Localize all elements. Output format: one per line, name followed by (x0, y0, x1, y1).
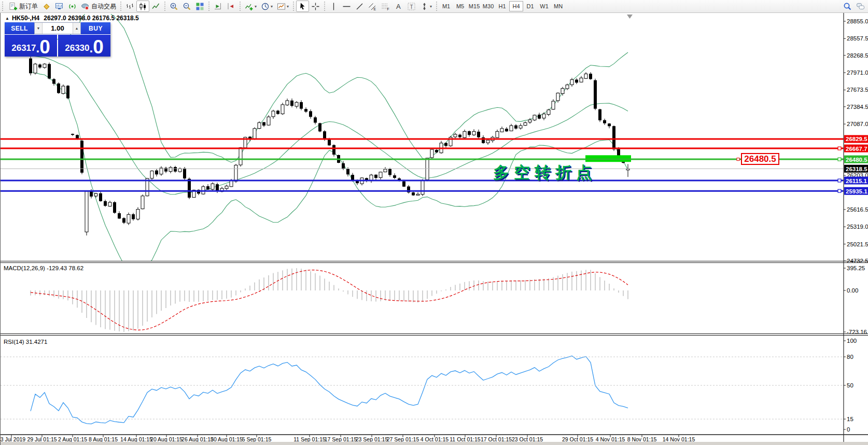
one-click-trading-panel: SELL ▼ 1.00 ▲ BUY 26317.0 26330.0 (5, 22, 110, 57)
text-button[interactable]: A (392, 1, 405, 12)
svg-text:28557.5: 28557.5 (847, 35, 868, 41)
svg-text:0: 0 (847, 426, 850, 433)
svg-text:28268.5: 28268.5 (847, 52, 868, 59)
buy-price-dot: . (90, 41, 93, 55)
fibonacci-icon: F (381, 2, 390, 11)
tab-mn[interactable]: MN (551, 1, 565, 11)
chart-window[interactable]: 28855.028557.528268.527971.027673.527384… (0, 13, 868, 445)
chart-annotation-text: 多空转折点 (493, 162, 597, 184)
bar-chart-icon (125, 2, 134, 11)
text-label-button[interactable]: T (405, 1, 418, 12)
periods-button[interactable]: ▾ (259, 1, 275, 12)
svg-text:25021.5: 25021.5 (847, 241, 868, 247)
chart-shift-button[interactable] (225, 1, 237, 12)
line-chart-button[interactable] (149, 1, 162, 12)
rsi-label: RSI(14) 31.4271 (4, 339, 47, 345)
svg-text:50: 50 (847, 382, 853, 388)
tab-m30[interactable]: M30 (481, 1, 495, 11)
tab-m1[interactable]: M1 (439, 1, 453, 11)
volume-stepper: ▼ 1.00 ▲ (34, 22, 81, 34)
tab-m5[interactable]: M5 (453, 1, 467, 11)
signal-icon (68, 2, 77, 11)
svg-text:25616.5: 25616.5 (847, 206, 868, 213)
zoom-out-icon (183, 2, 191, 11)
tile-windows-button[interactable] (193, 1, 206, 12)
trendline-icon (355, 2, 364, 11)
svg-text:25319.0: 25319.0 (847, 224, 868, 230)
buy-button[interactable]: BUY (81, 22, 110, 34)
window-bottom-edge (1, 442, 868, 445)
crosshair-button[interactable] (309, 1, 322, 12)
cursor-icon (298, 2, 307, 11)
svg-text:25935.1: 25935.1 (846, 188, 867, 194)
svg-text:395.25: 395.25 (847, 265, 865, 271)
cursor-button[interactable] (296, 1, 309, 12)
price-text-box[interactable]: 26480.5 (741, 153, 779, 165)
volume-increase-button[interactable]: ▲ (73, 23, 80, 34)
periods-icon (261, 2, 270, 11)
gold-diamond-button[interactable] (40, 1, 53, 12)
sell-price-decimal: 0 (39, 39, 50, 55)
sell-button[interactable]: SELL (5, 22, 34, 34)
volume-value[interactable]: 1.00 (43, 24, 73, 32)
svg-text:A: A (396, 3, 401, 10)
svg-text:27087.0: 27087.0 (847, 121, 868, 127)
svg-text:26480.5: 26480.5 (846, 157, 867, 163)
tab-w1[interactable]: W1 (537, 1, 551, 11)
collapse-panel-icon[interactable]: ▲ (5, 16, 9, 21)
svg-text:15: 15 (847, 416, 853, 422)
svg-text:F: F (387, 7, 389, 10)
buy-price-main: 26330 (65, 41, 89, 55)
line-chart-icon (151, 2, 160, 11)
templates-button[interactable]: ▾ (275, 1, 291, 12)
fibonacci-button[interactable]: F (379, 1, 392, 12)
toolbar-grip (2, 2, 5, 11)
auto-scroll-button[interactable] (212, 1, 225, 12)
svg-text:26829.5: 26829.5 (846, 136, 867, 142)
volume-decrease-button[interactable]: ▼ (35, 23, 43, 34)
sell-price[interactable]: 26317.0 (5, 35, 57, 57)
horizontal-line-button[interactable] (340, 1, 353, 12)
channel-button[interactable]: E (366, 1, 379, 12)
chevron-down-icon: ▾ (271, 4, 273, 9)
arrows-icon (420, 2, 429, 11)
text-label-icon: T (407, 2, 416, 11)
mt4-window: 新订单 自动交易 ▾ ▾ ▾ E F A T ▾ (0, 0, 868, 445)
auto-trading-button[interactable]: 自动交易 (79, 1, 118, 12)
buy-price[interactable]: 26330.0 (58, 35, 110, 57)
candlestick-button[interactable] (136, 1, 149, 12)
symbol-period-label: HK50-,H4 (12, 15, 39, 22)
svg-text:26115.1: 26115.1 (846, 178, 867, 184)
buy-price-decimal: 0 (93, 39, 104, 55)
tab-h1[interactable]: H1 (495, 1, 509, 11)
vertical-line-button[interactable] (327, 1, 340, 12)
candlestick-icon (138, 2, 147, 11)
arrows-button[interactable]: ▾ (418, 1, 434, 12)
chat-button[interactable] (854, 1, 867, 12)
signal-button[interactable] (66, 1, 79, 12)
new-order-button[interactable]: 新订单 (7, 1, 40, 12)
svg-text:E: E (374, 7, 376, 10)
zoom-in-button[interactable] (167, 1, 180, 12)
indicators-button[interactable]: ▾ (243, 1, 259, 12)
tab-h4[interactable]: H4 (509, 1, 523, 11)
bar-chart-button[interactable] (123, 1, 136, 12)
trendline-button[interactable] (353, 1, 366, 12)
channel-icon: E (368, 2, 377, 11)
chevron-down-icon: ▾ (255, 4, 257, 9)
search-button[interactable] (841, 1, 854, 12)
separator (293, 2, 294, 11)
svg-text:27971.0: 27971.0 (847, 69, 868, 76)
sell-price-dot: . (36, 41, 40, 55)
tab-d1[interactable]: D1 (523, 1, 537, 11)
auto-trading-label: 自动交易 (91, 2, 116, 11)
zoom-out-button[interactable] (180, 1, 193, 12)
macd-label: MACD(12,26,9) -129.43 78.62 (4, 265, 83, 271)
market-window-button[interactable] (53, 1, 66, 12)
gold-diamond-icon (42, 2, 51, 11)
chart-title: ▲ HK50-,H4 26297.0 26398.0 26176.5 26318… (5, 15, 139, 22)
separator (120, 2, 121, 11)
chart-canvas[interactable]: 28855.028557.528268.527971.027673.527384… (1, 13, 868, 445)
svg-text:27384.5: 27384.5 (847, 104, 868, 110)
tab-m15[interactable]: M15 (467, 1, 481, 11)
